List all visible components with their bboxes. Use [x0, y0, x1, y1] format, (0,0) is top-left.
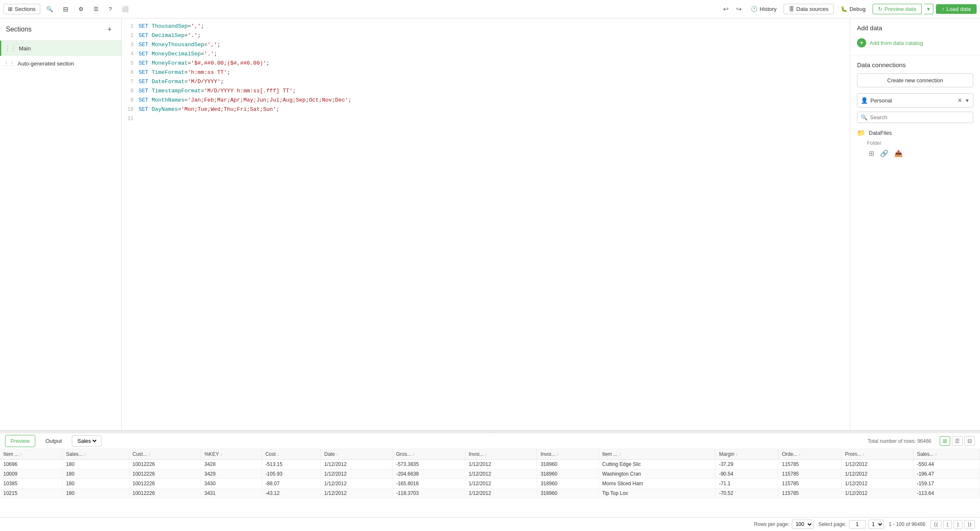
personal-label: Personal — [870, 97, 954, 104]
code-line: 7SET DateFormat='M/D/YYYY'; — [122, 77, 850, 86]
code-line: 3SET MoneyThousandSep=','; — [122, 40, 850, 50]
table-header[interactable]: Sales...↕ — [63, 449, 129, 460]
table-header[interactable]: Item ...↕ — [0, 449, 63, 460]
list-button[interactable]: ☰ — [89, 4, 103, 14]
view-toggle: ⊞ ☰ ⊟ — [940, 436, 975, 446]
personal-close-button[interactable]: ✕ — [956, 96, 963, 105]
expand-button[interactable]: ⬜ — [118, 4, 133, 14]
prev-page-button[interactable]: ⟨ — [943, 520, 952, 529]
personal-expand-button[interactable]: ▾ — [965, 96, 970, 105]
table-cell: 10012226 — [129, 479, 201, 489]
file-upload-button[interactable]: 📤 — [893, 149, 904, 158]
table-header[interactable]: Date↕ — [321, 449, 393, 460]
search-button[interactable]: 🔍 — [42, 4, 57, 14]
table-cell: 3431 — [201, 489, 262, 498]
table-cell: -118.3703 — [393, 489, 465, 498]
folder-icon: 📁 — [857, 129, 865, 137]
help-button[interactable]: ? — [105, 4, 116, 14]
table-header[interactable]: Invoi...↕ — [537, 449, 599, 460]
grid-view-button[interactable]: ⊟ — [964, 436, 975, 446]
table-header[interactable]: Cost↕ — [262, 449, 320, 460]
table-header[interactable]: Cust...↕ — [129, 449, 201, 460]
load-data-button[interactable]: ↑ Load data — [936, 4, 977, 14]
table-cell: 1/12/2012 — [465, 479, 537, 489]
file-action-buttons: ⊞ 🔗 📤 — [867, 149, 973, 158]
script-button[interactable]: ⊟ — [59, 4, 73, 15]
add-from-catalog-button[interactable]: + Add from data catalog — [857, 37, 923, 49]
table-header[interactable]: Invoi...↕ — [465, 449, 537, 460]
search-box: 🔍 — [857, 112, 973, 123]
next-page-button[interactable]: ⟩ — [954, 520, 962, 529]
sidebar-item-autogenerated[interactable]: ⋮⋮ Auto-generated section 🗑 — [0, 56, 121, 71]
table-cell: Moms Sliced Ham — [599, 479, 715, 489]
first-page-button[interactable]: ⟨⟨ — [930, 520, 941, 529]
table-header[interactable]: Gros...↕ — [393, 449, 465, 460]
file-table-button[interactable]: ⊞ — [867, 149, 876, 158]
table-cell: -204.6638 — [393, 469, 465, 479]
last-page-button[interactable]: ⟩⟩ — [964, 520, 975, 529]
page-select[interactable]: 1 — [868, 520, 884, 529]
table-cell: 180 — [63, 460, 129, 469]
preview-data-button[interactable]: ↻ Preview data — [873, 4, 922, 14]
sidebar-item-main[interactable]: ⋮⋮ Main 🗑 — [0, 41, 121, 56]
table-cell: 318960 — [537, 489, 599, 498]
pagination-nav: ⟨⟨ ⟨ ⟩ ⟩⟩ — [930, 520, 975, 529]
personal-actions: ✕ ▾ — [956, 96, 970, 105]
code-line: 5SET MoneyFormat='$#,##0.00;($#,##0.00)'… — [122, 59, 850, 68]
undo-button[interactable]: ↩ — [721, 3, 731, 15]
preview-icon: ↻ — [878, 6, 883, 12]
debug-label: Debug — [849, 6, 865, 12]
table-header[interactable]: Item ...↕ — [599, 449, 715, 460]
sections-menu-button[interactable]: ⊞ Sections — [3, 4, 40, 14]
table-cell: 1/12/2012 — [321, 460, 393, 469]
list-view-button[interactable]: ☰ — [952, 436, 963, 446]
history-icon: 🕐 — [751, 6, 757, 12]
output-tab-label: Output — [45, 438, 62, 444]
preview-data-dropdown[interactable]: ▾ — [924, 4, 933, 14]
table-select[interactable]: Sales — [76, 437, 98, 445]
right-panel: Add data + Add from data catalog Data co… — [850, 18, 980, 430]
data-sources-button[interactable]: 🗄 Data sources — [783, 4, 834, 14]
create-new-connection-button[interactable]: Create new connection — [857, 73, 973, 87]
load-icon: ↑ — [942, 6, 945, 12]
table-header[interactable]: Sales...↕ — [913, 449, 980, 460]
debug-button[interactable]: 🐛 Debug — [836, 4, 870, 14]
table-cell: 10012226 — [129, 469, 201, 479]
table-cell: -550.44 — [913, 460, 980, 469]
table-cell: 180 — [63, 469, 129, 479]
table-cell: -113.64 — [913, 489, 980, 498]
top-toolbar: ⊞ Sections 🔍 ⊟ ⚙ ☰ ? ⬜ ↩ ↪ 🕐 History 🗄 D… — [0, 0, 980, 18]
data-table-container: Item ...↕Sales...↕Cust...↕%KEY↕Cost↕Date… — [0, 449, 980, 517]
table-row: 10696180100122263428-513.151/12/2012-573… — [0, 460, 980, 469]
list-icon: ☰ — [94, 6, 99, 12]
preview-tab-label: Preview — [10, 438, 30, 444]
code-editor[interactable]: 1SET ThousandSep=',';2SET DecimalSep='.'… — [122, 18, 850, 430]
output-tab[interactable]: Output — [40, 435, 67, 447]
sidebar: Sections + ⋮⋮ Main 🗑 ⋮⋮ Auto-generated s… — [0, 18, 122, 430]
select-page: Select page: 1 — [818, 520, 884, 529]
table-cell: 10215 — [0, 489, 63, 498]
table-header[interactable]: Prom...↕ — [841, 449, 913, 460]
preview-data-label: Preview data — [885, 6, 916, 12]
table-header[interactable]: Margin↕ — [715, 449, 778, 460]
rows-per-page-select[interactable]: 100 50 25 — [792, 520, 813, 529]
table-cell: 10385 — [0, 479, 63, 489]
code-line: 4SET MoneyDecimalSep='.'; — [122, 50, 850, 59]
code-line: 11 — [122, 114, 850, 123]
row-count-label: Total number of rows: 96466 — [868, 438, 931, 444]
add-section-button[interactable]: + — [104, 24, 115, 35]
file-connect-button[interactable]: 🔗 — [878, 149, 890, 158]
settings-button[interactable]: ⚙ — [74, 4, 88, 14]
table-view-button[interactable]: ⊞ — [940, 436, 950, 446]
table-cell: 10012226 — [129, 460, 201, 469]
table-cell: -70.52 — [715, 489, 778, 498]
history-button[interactable]: 🕐 History — [747, 4, 781, 14]
table-header[interactable]: %KEY↕ — [201, 449, 262, 460]
table-selector[interactable]: Sales — [72, 435, 102, 447]
page-input[interactable] — [849, 520, 866, 528]
preview-tab[interactable]: Preview — [5, 435, 35, 447]
redo-button[interactable]: ↪ — [734, 3, 744, 15]
search-input[interactable] — [870, 114, 970, 120]
history-label: History — [760, 6, 776, 12]
table-header[interactable]: Orde...↕ — [778, 449, 841, 460]
